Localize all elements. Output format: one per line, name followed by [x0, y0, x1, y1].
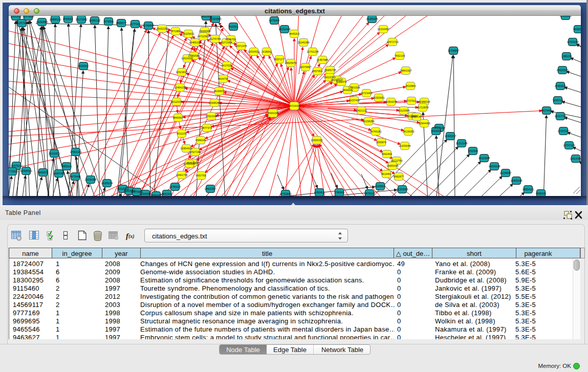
svg-text:14601657: 14601657	[204, 187, 216, 190]
svg-text:8279409: 8279409	[269, 19, 279, 22]
svg-text:10158289: 10158289	[362, 120, 374, 123]
svg-text:12741238: 12741238	[307, 50, 318, 53]
svg-text:6557277: 6557277	[274, 58, 285, 61]
svg-text:14005018: 14005018	[488, 165, 500, 168]
svg-text:12081122: 12081122	[89, 19, 101, 22]
svg-text:8559183: 8559183	[151, 194, 161, 196]
svg-text:20032259: 20032259	[156, 27, 168, 30]
svg-text:8334562: 8334562	[78, 64, 89, 68]
svg-text:22707109: 22707109	[563, 144, 575, 147]
svg-text:19485201: 19485201	[189, 41, 201, 44]
svg-text:8424730: 8424730	[218, 77, 228, 80]
svg-text:6568105: 6568105	[536, 192, 546, 195]
svg-text:3533883: 3533883	[405, 84, 416, 87]
svg-text:13120906: 13120906	[398, 109, 409, 112]
svg-text:10523815: 10523815	[176, 71, 187, 74]
svg-text:4250413: 4250413	[314, 191, 324, 194]
svg-text:8846997: 8846997	[173, 116, 183, 119]
svg-text:24171842: 24171842	[75, 18, 87, 21]
svg-text:14475203: 14475203	[10, 164, 22, 167]
svg-text:6328503: 6328503	[375, 185, 385, 188]
svg-text:10534531: 10534531	[248, 50, 259, 53]
svg-text:6682877: 6682877	[394, 175, 404, 178]
svg-text:13932411: 13932411	[10, 16, 22, 18]
svg-text:6942460: 6942460	[382, 152, 392, 156]
svg-text:19285076: 19285076	[101, 182, 113, 185]
svg-text:18954131: 18954131	[522, 188, 534, 191]
svg-text:12494238: 12494238	[174, 86, 186, 89]
svg-text:12614394: 12614394	[570, 157, 581, 160]
svg-text:9475445: 9475445	[70, 175, 80, 178]
svg-text:18296865: 18296865	[559, 16, 571, 17]
svg-text:24841507: 24841507	[400, 69, 411, 72]
svg-text:8885577: 8885577	[116, 21, 126, 25]
svg-text:2780963: 2780963	[334, 191, 344, 194]
svg-text:6417026: 6417026	[222, 64, 232, 67]
svg-text:15365337: 15365337	[444, 135, 456, 138]
svg-text:3877374: 3877374	[202, 126, 212, 129]
svg-text:19122760: 19122760	[390, 159, 402, 162]
svg-text:25685735: 25685735	[324, 69, 336, 72]
svg-text:17951421: 17951421	[70, 150, 81, 154]
svg-text:16272954: 16272954	[220, 41, 232, 44]
svg-text:25289205: 25289205	[366, 17, 378, 20]
svg-text:24074404: 24074404	[540, 109, 552, 112]
svg-text:3844095: 3844095	[342, 89, 353, 92]
svg-text:22293651: 22293651	[373, 96, 384, 99]
svg-text:4589045: 4589045	[195, 139, 206, 142]
svg-text:9414491: 9414491	[381, 172, 391, 176]
svg-text:20972475: 20972475	[235, 45, 247, 48]
svg-text:22253595: 22253595	[396, 188, 408, 191]
svg-text:21194697: 21194697	[500, 171, 512, 174]
svg-text:3331636: 3331636	[468, 149, 478, 152]
svg-text:21457684: 21457684	[316, 58, 328, 61]
svg-text:5841643: 5841643	[162, 192, 172, 195]
svg-text:13621212: 13621212	[355, 109, 367, 112]
svg-text:24749181: 24749181	[369, 130, 381, 133]
svg-text:4943069: 4943069	[431, 129, 441, 133]
svg-text:6657765: 6657765	[196, 174, 206, 177]
svg-text:13334457: 13334457	[377, 28, 389, 31]
svg-text:16596513: 16596513	[20, 169, 32, 172]
svg-text:22770529: 22770529	[9, 170, 18, 173]
svg-text:5885216: 5885216	[61, 165, 72, 168]
svg-text:25383411: 25383411	[555, 84, 567, 87]
svg-text:21212166: 21212166	[455, 142, 467, 145]
svg-text:10527246: 10527246	[189, 150, 201, 154]
svg-text:2657954: 2657954	[312, 70, 322, 73]
svg-text:4879214: 4879214	[364, 192, 375, 195]
svg-text:21954078: 21954078	[385, 100, 397, 103]
svg-text:20780115: 20780115	[169, 185, 181, 188]
svg-text:3420921: 3420921	[228, 25, 238, 28]
svg-text:10075847: 10075847	[299, 65, 311, 69]
svg-text:5388470: 5388470	[336, 80, 346, 83]
svg-text:13346585: 13346585	[139, 192, 151, 195]
svg-text:1585239: 1585239	[561, 55, 572, 58]
svg-text:23006503: 23006503	[199, 30, 210, 33]
svg-text:7871884: 7871884	[170, 30, 181, 33]
svg-text:10257945: 10257945	[16, 21, 28, 25]
svg-text:24026523: 24026523	[556, 69, 568, 72]
svg-text:14110648: 14110648	[478, 157, 490, 160]
svg-text:11784847: 11784847	[143, 24, 155, 27]
svg-text:22674828: 22674828	[22, 16, 34, 18]
svg-text:18724007: 18724007	[288, 104, 300, 107]
svg-text:10910248: 10910248	[205, 115, 217, 118]
svg-text:11037430: 11037430	[349, 99, 360, 102]
svg-text:11758837: 11758837	[448, 49, 460, 52]
svg-text:24290883: 24290883	[36, 20, 48, 24]
svg-text:9636057: 9636057	[573, 28, 581, 31]
svg-text:5043718: 5043718	[553, 99, 563, 102]
svg-text:20572723: 20572723	[386, 40, 398, 43]
svg-text:23687347: 23687347	[410, 115, 422, 118]
svg-text:20231404: 20231404	[278, 28, 290, 31]
svg-text:7652134: 7652134	[395, 54, 405, 57]
svg-text:2277105: 2277105	[130, 23, 140, 26]
svg-text:24732561: 24732561	[197, 35, 209, 38]
svg-text:1418062: 1418062	[262, 50, 272, 53]
svg-text:22944459: 22944459	[418, 122, 430, 125]
svg-text:19763180: 19763180	[567, 40, 578, 43]
svg-text:4629607: 4629607	[214, 90, 224, 93]
svg-text:5993975: 5993975	[38, 171, 48, 174]
svg-text:19888132: 19888132	[49, 18, 61, 21]
